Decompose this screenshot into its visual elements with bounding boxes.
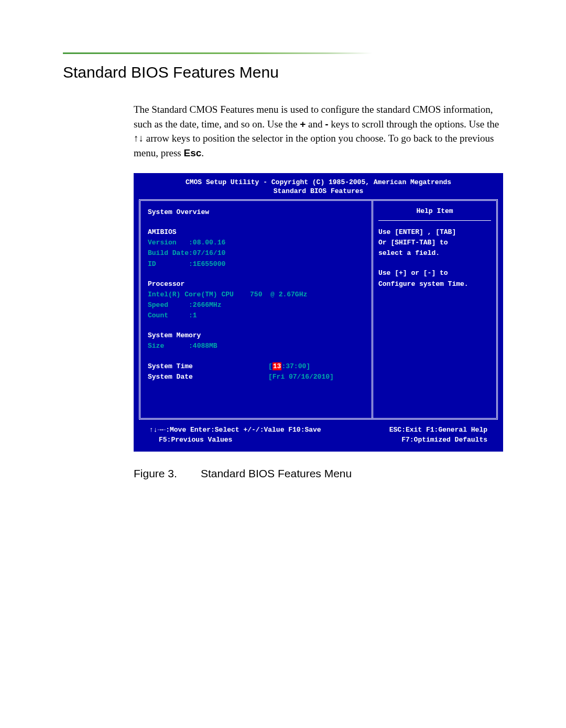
- spacer: [378, 259, 491, 268]
- version-row: Version :08.00.16: [148, 238, 364, 248]
- size-value: 4088MB: [193, 342, 217, 350]
- help-line3: select a field.: [378, 248, 491, 259]
- system-time-rest: :37:00]: [281, 362, 310, 370]
- bios-title-line1: CMOS Setup Utility - Copyright (C) 1985-…: [139, 178, 498, 187]
- size-label: Size :: [148, 342, 193, 350]
- bios-screen: CMOS Setup Utility - Copyright (C) 1985-…: [134, 173, 503, 452]
- amibios-label: AMIBIOS: [148, 227, 364, 238]
- system-memory-label: System Memory: [148, 330, 364, 341]
- bios-header: CMOS Setup Utility - Copyright (C) 1985-…: [139, 177, 498, 199]
- speed-label: Speed :: [148, 301, 193, 309]
- count-value: 1: [193, 312, 197, 319]
- build-date-row: Build Date:07/16/10: [148, 248, 364, 259]
- build-value: 07/16/10: [193, 249, 225, 257]
- count-label: Count :: [148, 312, 193, 319]
- system-time-hour[interactable]: 13: [273, 362, 282, 370]
- esc-key: Esc: [184, 147, 202, 158]
- cpu-row: Intel(R) Core(TM) CPU 750 @ 2.67GHz: [148, 290, 364, 300]
- bios-right-panel: Help Item Use [ENTER] , [TAB] Or [SHIFT-…: [373, 201, 496, 418]
- cpu-name-value: 750 @ 2.67GHz: [234, 291, 307, 298]
- help-line1: Use [ENTER] , [TAB]: [378, 227, 491, 238]
- id-label: ID :: [148, 260, 193, 268]
- bios-left-panel: System Overview AMIBIOS Version :08.00.1…: [140, 201, 373, 418]
- body-text-part: .: [201, 147, 204, 158]
- bios-title-line2: Standard BIOS Features: [139, 187, 498, 196]
- id-value: 1E655000: [193, 260, 225, 268]
- figure-caption: Figure 3.Standard BIOS Features Menu: [134, 467, 503, 480]
- bios-frame: System Overview AMIBIOS Version :08.00.1…: [139, 199, 498, 420]
- help-line4: Use [+] or [-] to: [378, 268, 491, 279]
- arrow-keys: ↑↓: [134, 133, 144, 144]
- system-time-row[interactable]: System Time [13:37:00]: [148, 361, 364, 372]
- speed-row: Speed :2666MHz: [148, 300, 364, 311]
- build-label: Build Date:: [148, 249, 193, 257]
- bios-footer: ↑↓→←:Move Enter:Select +/-/:Value F10:Sa…: [139, 420, 498, 447]
- system-overview-label: System Overview: [148, 207, 364, 218]
- count-row: Count :1: [148, 311, 364, 321]
- footer-row2-left: F5:Previous Values: [149, 435, 401, 445]
- figure-label: Figure 3.: [134, 467, 177, 480]
- id-row: ID :1E655000: [148, 259, 364, 270]
- version-value: 08.00.16: [193, 239, 225, 247]
- body-text-part: keys to scroll through the options. Use …: [329, 119, 499, 130]
- footer-row1-left: ↑↓→←:Move Enter:Select +/-/:Value F10:Sa…: [149, 425, 389, 435]
- memory-size-row: Size :4088MB: [148, 341, 364, 351]
- processor-label: Processor: [148, 279, 364, 290]
- section-heading: Standard BIOS Features Menu: [63, 63, 503, 81]
- help-line2: Or [SHIFT-TAB] to: [378, 238, 491, 248]
- system-date-label: System Date: [148, 372, 268, 382]
- body-paragraph: The Standard CMOS Features menu is used …: [134, 102, 500, 160]
- speed-value: 2666MHz: [193, 301, 222, 309]
- help-line5: Configure system Time.: [378, 279, 491, 290]
- version-label: Version :: [148, 239, 193, 247]
- cpu-name-label: Intel(R) Core(TM) CPU: [148, 291, 234, 298]
- system-time-label: System Time: [148, 361, 268, 372]
- system-date-row[interactable]: System Date [Fri 07/16/2010]: [148, 372, 364, 382]
- footer-row1-right: ESC:Exit F1:General Help: [389, 425, 487, 435]
- footer-row2-right: F7:Optimized Defaults: [401, 435, 487, 445]
- figure-title: Standard BIOS Features Menu: [201, 467, 352, 479]
- plus-key: +: [300, 119, 306, 130]
- body-text-part: and: [306, 119, 325, 130]
- help-item-header: Help Item: [378, 207, 491, 221]
- section-divider: [63, 52, 372, 54]
- system-time-value[interactable]: [13:37:00]: [268, 361, 310, 372]
- system-date-value[interactable]: [Fri 07/16/2010]: [268, 372, 334, 382]
